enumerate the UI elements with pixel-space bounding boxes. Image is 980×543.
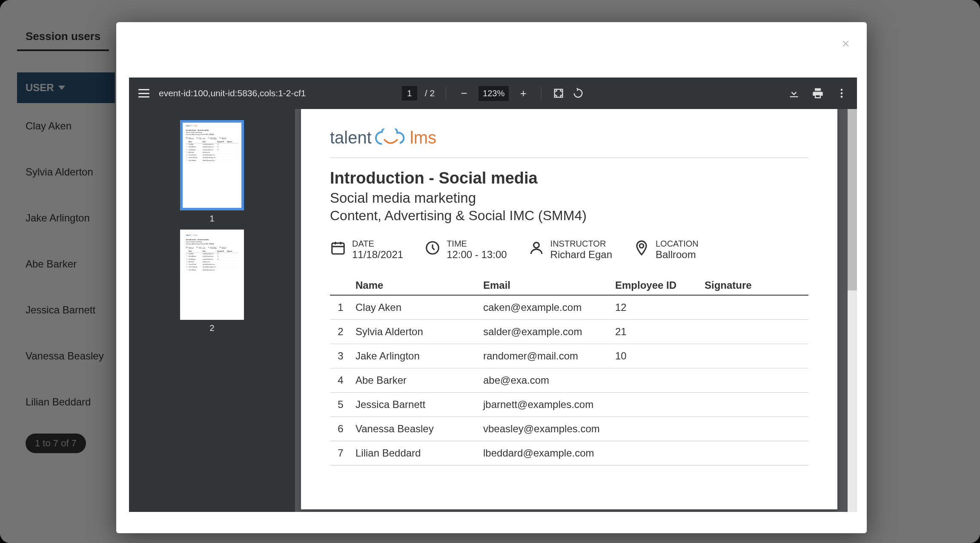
info-label: TIME (447, 239, 507, 249)
cell-employee-id (611, 441, 700, 465)
info-value: Richard Egan (210, 138, 217, 139)
more-options-icon[interactable] (836, 87, 848, 99)
info-time: TIME 12:00 - 13:00 (196, 247, 205, 249)
file-name-label: event-id:100,unit-id:5836,cols:1-2-cf1 (159, 88, 306, 98)
info-value: Ballroom (222, 247, 226, 249)
cell-employee-id (611, 393, 700, 417)
cell-email: lbeddard@example.com (202, 269, 217, 271)
fit-to-page-icon[interactable] (553, 87, 565, 99)
svg-point-1 (841, 92, 843, 95)
cell-email: salder@example.com (479, 320, 611, 344)
pdf-thumbnail-sidebar: talent lms Introduction - Social mediaSo… (129, 109, 295, 512)
cell-email: randomer@mail.com (479, 344, 611, 368)
info-value: Richard Egan (210, 247, 217, 249)
zoom-in-button[interactable]: + (516, 86, 530, 100)
info-date: DATE 11/18/2021 (330, 239, 403, 261)
cloud-smile-icon (191, 125, 195, 127)
page-thumbnail-2[interactable]: talent lms Introduction - Social mediaSo… (180, 230, 244, 320)
logo: talent lms (330, 128, 808, 147)
download-icon[interactable] (788, 87, 800, 99)
info-row: DATE 11/18/2021 TIME 12:00 - 13:00 INSTR… (330, 239, 808, 261)
info-label: DATE (352, 239, 403, 249)
document-subtitle: Social media marketing (330, 190, 808, 206)
cell-employee-id: 12 (611, 295, 700, 320)
calendar-icon (186, 247, 187, 248)
svg-point-14 (639, 244, 644, 248)
cell-email: jbarnett@examples.com (479, 393, 611, 417)
document-title: Introduction - Social media (186, 239, 238, 241)
cell-name: Jessica Barnett (351, 393, 479, 417)
rotate-icon[interactable] (572, 87, 584, 99)
person-icon (528, 240, 544, 256)
document-subtitle-2: Content, Advertising & Social IMC (SMM4) (186, 243, 238, 245)
info-time: TIME 12:00 - 13:00 (196, 137, 205, 140)
cell-signature (700, 393, 808, 417)
cell-name: Sylvia Alderton (351, 320, 479, 344)
print-icon[interactable] (812, 87, 824, 99)
zoom-out-button[interactable]: − (457, 86, 471, 100)
logo-text-lms: lms (410, 128, 436, 147)
table-row: 5 Jessica Barnett jbarnett@examples.com (330, 393, 808, 417)
table-row: 7 Lilian Beddard lbeddard@example.com (186, 269, 238, 271)
info-value: Ballroom (222, 138, 226, 139)
info-instructor: INSTRUCTOR Richard Egan (208, 247, 217, 249)
cell-num: 5 (330, 393, 351, 417)
attendance-table: Name Email Employee ID Signature 1 Clay … (186, 250, 238, 271)
clock-icon (196, 137, 198, 139)
cell-num: 1 (330, 295, 351, 320)
cell-signature (700, 344, 808, 368)
pdf-viewer: event-id:100,unit-id:5836,cols:1-2-cf1 /… (129, 78, 857, 512)
cell-employee-id (217, 269, 226, 271)
cell-signature (700, 320, 808, 344)
toolbar-divider (446, 87, 446, 100)
info-value: 11/18/2021 (352, 249, 403, 261)
calendar-icon (330, 240, 346, 256)
logo: talent lms (186, 125, 238, 127)
cell-name: Lilian Beddard (351, 441, 479, 465)
close-button[interactable]: × (842, 36, 850, 52)
table-row: 3 Jake Arlington randomer@mail.com 10 (330, 344, 808, 368)
svg-point-9 (208, 247, 209, 247)
col-header-employee-id: Employee ID (611, 276, 700, 295)
menu-icon[interactable] (138, 89, 149, 98)
cell-email: caken@example.com (479, 295, 611, 320)
zoom-level-display[interactable]: 123% (479, 86, 509, 101)
table-row: 1 Clay Aken caken@example.com 12 (330, 295, 808, 320)
info-value: Richard Egan (550, 249, 612, 261)
pdf-toolbar: event-id:100,unit-id:5836,cols:1-2-cf1 /… (129, 78, 857, 109)
info-location: LOCATION Ballroom (219, 137, 226, 140)
divider (330, 158, 808, 158)
cell-employee-id (611, 368, 700, 393)
scrollbar[interactable] (848, 109, 857, 512)
cell-num: 2 (330, 320, 351, 344)
cell-signature (226, 159, 238, 162)
cell-employee-id (611, 417, 700, 441)
cell-name: Lilian Beddard (188, 269, 202, 271)
calendar-icon (186, 137, 187, 139)
info-label: INSTRUCTOR (550, 239, 612, 249)
location-icon (219, 137, 221, 139)
pdf-main-view[interactable]: talent lms Introduction - Social mediaSo… (295, 109, 857, 512)
pdf-preview-modal: × event-id:100,unit-id:5836,cols:1-2-cf1… (116, 22, 867, 533)
cell-name: Vanessa Beasley (351, 417, 479, 441)
info-location: LOCATION Ballroom (633, 239, 699, 261)
scrollbar-thumb[interactable] (848, 109, 857, 290)
cell-signature (700, 295, 808, 320)
page-thumbnail-1[interactable]: talent lms Introduction - Social mediaSo… (180, 120, 244, 210)
svg-point-5 (208, 137, 209, 138)
pdf-page-1: talent lms Introduction - Social mediaSo… (301, 109, 837, 509)
location-icon (219, 247, 221, 248)
person-icon (208, 247, 209, 248)
svg-point-0 (841, 89, 843, 91)
cell-employee-id (217, 159, 226, 162)
info-value: 12:00 - 13:00 (199, 247, 206, 249)
svg-rect-3 (186, 138, 187, 139)
info-value: Ballroom (656, 249, 699, 261)
info-instructor: INSTRUCTOR Richard Egan (208, 137, 217, 140)
cell-email: lbeddard@example.com (202, 159, 217, 162)
clock-icon (196, 247, 198, 248)
cell-num: 3 (330, 344, 351, 368)
cell-signature (700, 441, 808, 465)
page-number-input[interactable] (402, 86, 417, 101)
table-row: 4 Abe Barker abe@exa.com (330, 368, 808, 393)
